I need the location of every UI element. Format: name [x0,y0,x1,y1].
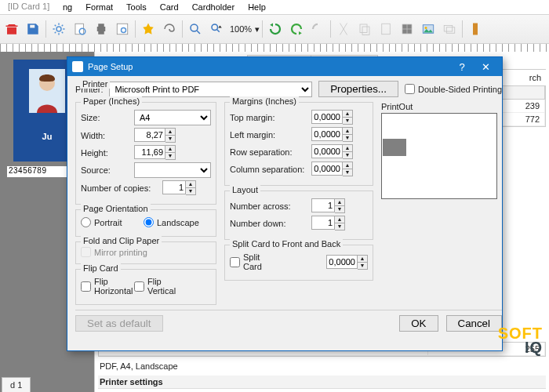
paste-icon[interactable] [376,19,396,39]
svg-point-6 [212,24,218,31]
printer-select[interactable]: Microsoft Print to PDF [109,82,312,97]
double-sided-checkbox[interactable]: Double-Sided Printing [405,84,502,94]
separator [135,20,136,38]
width-spinner[interactable]: ▲▼ [134,128,176,143]
redo-icon[interactable] [286,19,307,39]
printer-group: Printer Printer: Microsoft Print to PDF … [75,81,502,97]
margins-legend: Margins (Inches) [230,96,299,106]
zoom-dropdown-icon[interactable] [206,19,227,39]
dialog-titlebar[interactable]: Page Setup ? ✕ [67,57,502,76]
size-select[interactable]: A4 [134,110,211,125]
copies-spinner[interactable]: ▲▼ [162,180,196,195]
split-checkbox[interactable]: Split Card [230,252,280,271]
source-select[interactable] [134,162,211,178]
menu-item[interactable]: Help [248,2,266,12]
across-label: Number across: [230,201,308,211]
layout-legend: Layout [230,185,260,194]
refresh-icon[interactable] [265,19,285,39]
properties-button[interactable]: Properties... [318,81,398,97]
flip-v-checkbox[interactable]: Flip Vertical [134,277,184,296]
close-button[interactable]: ✕ [474,61,497,73]
printout-card-cell [383,139,406,156]
undo-icon[interactable] [307,19,328,39]
row-sep-spinner[interactable]: ▲▼ [311,144,353,159]
svg-rect-14 [473,24,478,35]
top-margin-spinner[interactable]: ▲▼ [311,110,353,125]
printer-settings-header[interactable]: Printer settings [98,376,546,389]
delete-icon[interactable] [2,19,22,39]
printer-status: PDF, A4, Landscape [98,360,546,372]
orientation-group: Page Orientation Portrait Landscape [75,209,216,237]
canvas-tab[interactable]: d 1 [2,377,31,392]
menubar: ng Format Tools Card Cardholder Help [0,0,549,15]
print-icon[interactable] [91,19,111,39]
gear-icon[interactable] [49,19,69,39]
grid-icon[interactable] [397,19,417,39]
copies-label: Number of copies: [81,183,159,193]
separator [330,20,331,38]
col-sep-spinner[interactable]: ▲▼ [311,162,353,176]
menu-item[interactable]: Cardholder [192,2,235,12]
zoom-icon[interactable] [185,19,205,39]
top-margin-label: Top margin: [230,113,308,122]
height-spinner[interactable]: ▲▼ [134,145,176,160]
exit-icon[interactable] [465,19,485,39]
left-margin-label: Left margin: [230,130,308,140]
printout-preview [381,113,497,199]
size-label: Size: [81,113,131,122]
dialog-title: Page Setup [88,62,133,71]
mirror-checkbox: Mirror printing [81,247,211,257]
svg-rect-13 [446,27,455,34]
down-label: Number down: [230,219,308,228]
printer-legend: Printer [80,79,110,89]
zoom-level[interactable]: 100% [227,24,254,34]
separator [262,20,263,38]
cut-icon[interactable] [333,19,354,39]
window-title-fragment: [ID Card 1] [8,2,49,11]
fold-group: Fold and Clip Paper Mirror printing [75,241,216,264]
ok-button[interactable]: OK [399,315,438,332]
page-setup-dialog: Page Setup ? ✕ Printer Printer: Microsof… [67,56,503,351]
left-margin-spinner[interactable]: ▲▼ [311,127,353,142]
print-preview-icon[interactable] [112,19,133,39]
page-setup-icon[interactable] [70,19,90,39]
separator [462,20,463,38]
copy-icon[interactable] [354,19,375,39]
separator [182,20,183,38]
printout-legend: PrintOut [381,102,502,111]
split-group: Split Card to Front and Back Split Card▲… [224,245,373,281]
spiral-icon[interactable] [159,19,180,39]
menu-item[interactable]: Tools [126,2,147,12]
portrait-radio[interactable]: Portrait [81,217,131,227]
save-icon[interactable] [23,19,43,39]
col-sep-label: Column separation: [230,165,308,174]
across-spinner[interactable]: ▲▼ [311,198,345,213]
help-button[interactable]: ? [450,61,474,73]
down-spinner[interactable]: ▲▼ [311,216,345,230]
page-icon [72,61,83,72]
flip-h-checkbox[interactable]: Flip Horizontal [81,277,131,296]
width-label: Width: [81,131,131,140]
cancel-button[interactable]: Cancel [446,315,503,332]
height-label: Height: [81,148,131,158]
separator [45,20,46,38]
menu-item[interactable]: Format [85,2,113,12]
split-spinner[interactable]: ▲▼ [326,255,368,270]
source-label: Source: [81,165,131,175]
svg-point-11 [425,27,427,29]
orientation-legend: Page Orientation [81,204,151,213]
margins-group: Margins (Inches) Top margin:▲▼ Left marg… [224,102,373,186]
main-toolbar: 100%▾ [0,15,549,44]
menu-item[interactable]: ng [63,2,72,12]
image-icon[interactable] [418,19,438,39]
fold-legend: Fold and Clip Paper [81,236,162,245]
pin-icon[interactable] [138,19,158,39]
watermark: SOFTIQ [498,326,543,354]
row-sep-label: Row separation: [230,147,308,157]
landscape-radio[interactable]: Landscape [144,217,194,227]
menu-item[interactable]: Card [160,2,179,12]
cards-icon[interactable] [439,19,460,39]
set-default-button: Set as default [75,315,163,332]
svg-point-0 [56,27,61,31]
svg-rect-12 [444,26,453,32]
